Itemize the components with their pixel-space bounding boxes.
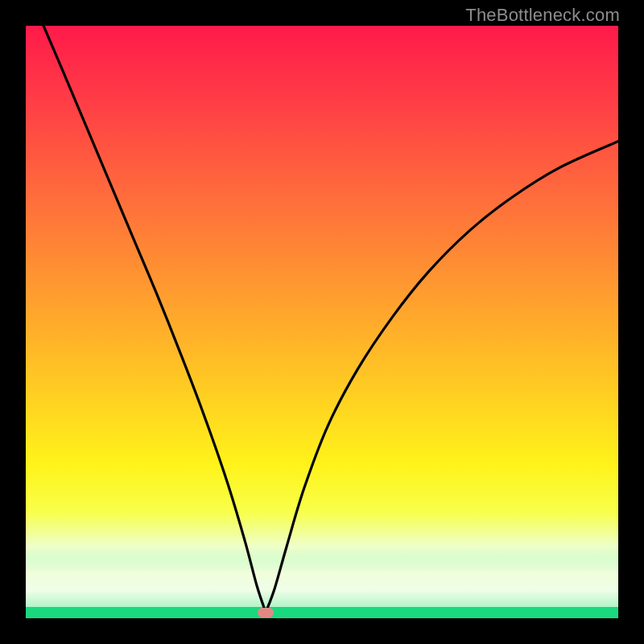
curve-svg (26, 26, 618, 618)
plot-area (26, 26, 618, 618)
minimum-marker (258, 608, 274, 617)
chart-frame: TheBottleneck.com (0, 0, 644, 644)
curve-left (43, 26, 266, 613)
curve-right (266, 142, 618, 613)
watermark-text: TheBottleneck.com (465, 5, 620, 26)
